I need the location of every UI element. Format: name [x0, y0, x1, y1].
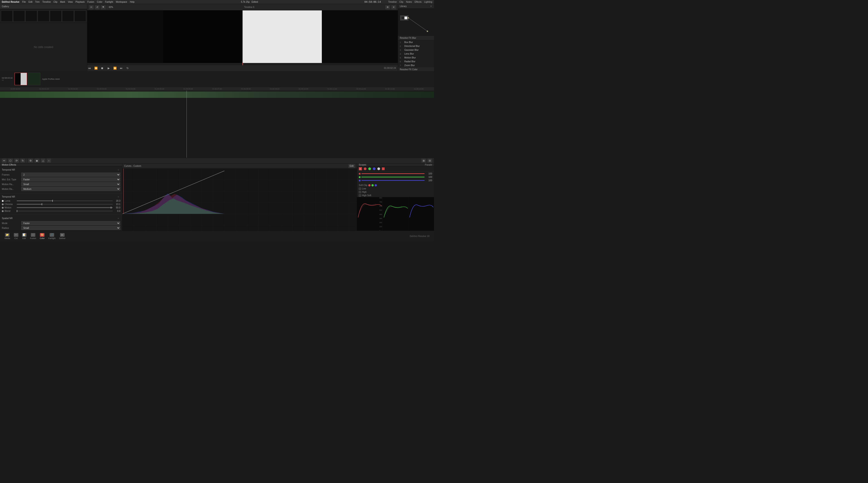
preview-close-btn[interactable]: ✕ — [392, 5, 396, 9]
spatial-mode-select[interactable]: FasterBetter — [21, 221, 120, 225]
preview-settings-btn[interactable]: ⚙ — [385, 5, 390, 9]
main-layout: Gallery No stills created ✏ ↺ ⚑ 32% Time… — [0, 4, 434, 71]
temporal-nr-toggle[interactable]: ○ — [116, 168, 120, 172]
blend-slider[interactable] — [17, 211, 113, 212]
curves-area[interactable] — [122, 168, 357, 231]
green-channel-slider[interactable] — [362, 177, 425, 178]
selected-clip-thumb[interactable] — [14, 73, 27, 85]
preview-scrubber[interactable] — [87, 63, 398, 65]
menu-color[interactable]: Color — [97, 1, 102, 3]
fx-directional-blur[interactable]: 2 Directional Blur — [398, 44, 434, 48]
thumbnail-3[interactable] — [25, 10, 37, 22]
preview-divider[interactable] — [242, 10, 243, 63]
fx-library-arrow: ▼ — [430, 5, 432, 7]
thumbnail-6[interactable] — [62, 10, 74, 22]
thumbnail-7[interactable] — [74, 10, 86, 22]
high-checkbox[interactable] — [359, 191, 361, 193]
lower-tool-5[interactable]: ⚙ — [28, 159, 33, 163]
nav-fusion[interactable]: ⬡ Fusion — [30, 233, 36, 239]
motion-slider[interactable] — [17, 207, 113, 208]
mot-ref-select[interactable]: MediumLowHigh — [21, 187, 120, 191]
menu-timeline[interactable]: Timeline — [42, 1, 51, 3]
lower-tool-6[interactable]: ◉ — [34, 159, 39, 163]
lower-tool-2[interactable]: ⬡ — [8, 159, 13, 163]
fx-box-blur[interactable]: 1 Box Blur — [398, 40, 434, 44]
green-value: 100 — [425, 176, 432, 178]
mot-est-type-select[interactable]: FasterBetter — [21, 178, 120, 182]
spatial-nr-toggle[interactable]: ○ — [116, 216, 120, 220]
nav-cut[interactable]: ✂ Cut — [14, 233, 18, 239]
spatial-radius-select[interactable]: SmallMediumLarge — [21, 226, 120, 230]
ruler-11: 01:00:11:00 — [318, 88, 347, 90]
stop-btn[interactable]: ⏹ — [100, 66, 104, 70]
menu-view[interactable]: View — [68, 1, 73, 3]
lower-tool-end-2[interactable]: ⊟ — [427, 159, 432, 163]
lower-tool-7[interactable]: △ — [41, 159, 45, 163]
timeline-ruler[interactable]: 01:00:00:00 01:00:01:00 01:00:02:00 01:0… — [0, 87, 434, 91]
thumbnail-2[interactable] — [13, 10, 25, 22]
color-section-header[interactable]: Resolve FX Color — [398, 67, 434, 71]
menu-help[interactable]: Help — [130, 1, 135, 3]
preview-flag-btn[interactable]: ⚑ — [101, 5, 105, 9]
fx-radial-blur[interactable]: 6 Radial Blur — [398, 60, 434, 63]
lower-tool-8[interactable]: ○ — [47, 159, 51, 163]
menu-clip[interactable]: Clip — [54, 1, 57, 3]
scopes-layout[interactable]: Parade — [425, 164, 432, 166]
resolution-display: 5.7k 25p Edited — [137, 1, 362, 3]
chroma-slider[interactable] — [17, 204, 113, 204]
luma-slider[interactable] — [17, 200, 113, 201]
preview-tools-btn[interactable]: ✏ — [89, 5, 94, 9]
low-checkbox[interactable] — [359, 188, 361, 190]
nav-color[interactable]: 🎨 Color — [40, 233, 45, 239]
menu-file[interactable]: File — [22, 1, 26, 3]
menu-playback[interactable]: Playback — [75, 1, 85, 3]
header-tab-clip[interactable]: Clip — [399, 1, 403, 3]
menu-workspace[interactable]: Workspace — [116, 1, 127, 3]
frames-select[interactable]: 234 — [21, 173, 120, 177]
header-tab-effects[interactable]: Effects — [415, 1, 422, 3]
go-to-start-btn[interactable]: ⏮ — [87, 66, 92, 70]
menu-mark[interactable]: Mark — [60, 1, 65, 3]
menu-fusion[interactable]: Fusion — [88, 1, 94, 3]
fx-library-title: Library — [400, 5, 407, 7]
edit-btn[interactable]: E — [359, 167, 362, 170]
header-tab-notes[interactable]: Notes — [406, 1, 412, 3]
blue-channel-slider[interactable] — [362, 180, 425, 181]
curves-edit-btn[interactable]: Edit — [348, 164, 355, 168]
mot-range-select[interactable]: SmallMediumLarge — [21, 182, 120, 186]
fx-motion-blur[interactable]: 5 Motion Blur — [398, 56, 434, 60]
preview-transform-btn[interactable]: ↺ — [95, 5, 99, 9]
app-logo[interactable]: DaVinci Resolve — [2, 1, 20, 3]
red-channel-slider[interactable] — [362, 173, 425, 174]
blur-section-header[interactable]: Resolve FX Blur — [398, 36, 434, 40]
go-to-end-btn[interactable]: ⏭ — [119, 66, 124, 70]
lower-tool-1[interactable]: ✏ — [2, 159, 7, 163]
fx-zoom-blur[interactable]: 7 Zoom Blur — [398, 63, 434, 67]
header-tab-timeline[interactable]: Timeline — [388, 1, 397, 3]
menu-edit[interactable]: Edit — [29, 1, 32, 3]
thumbnail-1[interactable] — [1, 10, 13, 22]
step-back-btn[interactable]: ⏪ — [94, 66, 98, 70]
nav-deliver[interactable]: ▶ Deliver — [59, 233, 65, 239]
timeline-track[interactable] — [0, 91, 434, 158]
fx-gaussian-blur[interactable]: 3 Gaussian Blur — [398, 48, 434, 52]
step-fwd-btn[interactable]: ⏩ — [113, 66, 117, 70]
lower-tool-3[interactable]: ⟳ — [14, 159, 19, 163]
nav-edit[interactable]: 📝 Edit — [22, 233, 27, 239]
menu-fairlight[interactable]: Fairlight — [105, 1, 113, 3]
loop-btn[interactable]: ↻ — [125, 66, 130, 70]
nav-fairlight[interactable]: 🎵 Fairlight — [48, 233, 56, 239]
clip-thumb-2[interactable] — [28, 73, 40, 85]
nav-media[interactable]: 📁 Media — [4, 233, 10, 239]
fx-lens-blur[interactable]: 4 Lens Blur — [398, 52, 434, 56]
menu-trim[interactable]: Trim — [35, 1, 40, 3]
scope-waveform-1 — [357, 197, 382, 231]
temporal-threshold-toggle[interactable]: ○ — [116, 195, 120, 199]
thumbnail-5[interactable] — [50, 10, 62, 22]
thumbnail-4[interactable] — [38, 10, 50, 22]
play-btn[interactable]: ▶ — [106, 66, 111, 70]
header-tab-lighting[interactable]: Lighting — [424, 1, 432, 3]
lower-tool-end-1[interactable]: ⊞ — [421, 159, 426, 163]
lower-tool-4[interactable]: ↻ — [21, 159, 25, 163]
high-soft-checkbox[interactable] — [359, 194, 361, 197]
